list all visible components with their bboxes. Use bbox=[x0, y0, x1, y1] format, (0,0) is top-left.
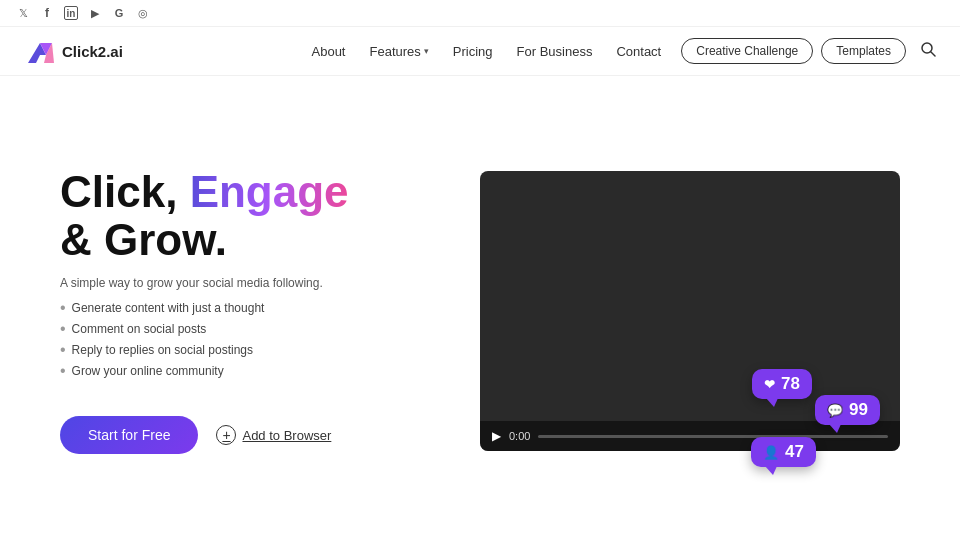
x-icon[interactable]: 𝕏 bbox=[16, 6, 30, 20]
followers-count: 47 bbox=[785, 442, 804, 462]
comments-badge: 💬 99 bbox=[815, 395, 880, 425]
nav-links: About Features ▾ Pricing For Business Co… bbox=[312, 44, 662, 59]
navbar: Click2.ai About Features ▾ Pricing For B… bbox=[0, 27, 960, 76]
likes-badge: ❤ 78 bbox=[752, 369, 812, 399]
comment-icon: 💬 bbox=[827, 403, 843, 418]
templates-button[interactable]: Templates bbox=[821, 38, 906, 64]
youtube-icon[interactable]: ▶ bbox=[88, 6, 102, 20]
search-button[interactable] bbox=[920, 41, 936, 61]
hero-left: Click, Engage & Grow. A simple way to gr… bbox=[60, 168, 440, 455]
nav-about[interactable]: About bbox=[312, 44, 346, 59]
likes-count: 78 bbox=[781, 374, 800, 394]
logo-text: Click2.ai bbox=[62, 43, 123, 60]
plus-circle-icon: + bbox=[216, 425, 236, 445]
hero-heading: Click, Engage & Grow. bbox=[60, 168, 440, 265]
hero-right: ▶ 0:00 ❤ 78 💬 99 👤 47 bbox=[480, 171, 900, 451]
main-content: Click, Engage & Grow. A simple way to gr… bbox=[0, 76, 960, 536]
heart-icon: ❤ bbox=[764, 377, 775, 392]
linkedin-icon[interactable]: in bbox=[64, 6, 78, 20]
nav-contact[interactable]: Contact bbox=[616, 44, 661, 59]
nav-features[interactable]: Features ▾ bbox=[369, 44, 428, 59]
play-button[interactable]: ▶ bbox=[492, 429, 501, 443]
bullet-3: Reply to replies on social postings bbox=[60, 342, 440, 358]
start-for-free-button[interactable]: Start for Free bbox=[60, 416, 198, 454]
logo-icon bbox=[24, 35, 56, 67]
bullet-2: Comment on social posts bbox=[60, 321, 440, 337]
google-icon[interactable]: G bbox=[112, 6, 126, 20]
video-time: 0:00 bbox=[509, 430, 530, 442]
chevron-down-icon: ▾ bbox=[424, 46, 429, 56]
add-browser-label: Add to Browser bbox=[242, 428, 331, 443]
bullet-1: Generate content with just a thought bbox=[60, 300, 440, 316]
svg-line-4 bbox=[931, 52, 935, 56]
person-icon: 👤 bbox=[763, 445, 779, 460]
cta-row: Start for Free + Add to Browser bbox=[60, 416, 440, 454]
heading-grow: & Grow. bbox=[60, 215, 227, 264]
nav-pricing[interactable]: Pricing bbox=[453, 44, 493, 59]
bullet-4: Grow your online community bbox=[60, 363, 440, 379]
heading-click: Click, bbox=[60, 167, 190, 216]
nav-for-business[interactable]: For Business bbox=[517, 44, 593, 59]
hero-bullets: Generate content with just a thought Com… bbox=[60, 300, 440, 384]
instagram-icon[interactable]: ◎ bbox=[136, 6, 150, 20]
hero-subtext: A simple way to grow your social media f… bbox=[60, 276, 440, 290]
heading-engage: Engage bbox=[190, 167, 349, 216]
followers-badge: 👤 47 bbox=[751, 437, 816, 467]
comments-count: 99 bbox=[849, 400, 868, 420]
social-bar: 𝕏 f in ▶ G ◎ bbox=[0, 0, 960, 27]
progress-bar[interactable] bbox=[538, 435, 888, 438]
facebook-icon[interactable]: f bbox=[40, 6, 54, 20]
search-icon bbox=[920, 41, 936, 57]
logo-link[interactable]: Click2.ai bbox=[24, 35, 123, 67]
add-to-browser-button[interactable]: + Add to Browser bbox=[216, 425, 331, 445]
creative-challenge-button[interactable]: Creative Challenge bbox=[681, 38, 813, 64]
